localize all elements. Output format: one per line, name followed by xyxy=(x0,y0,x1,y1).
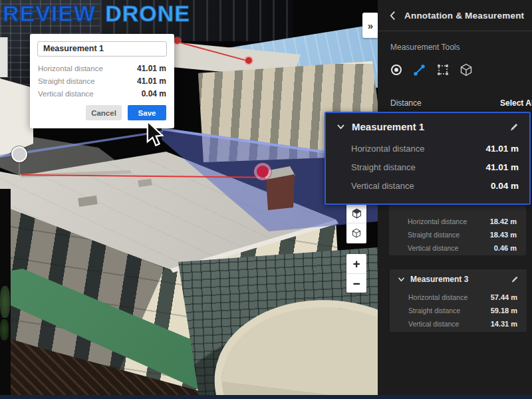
point-tool-icon xyxy=(390,63,403,76)
row-value: 18.42 m xyxy=(490,217,517,225)
tree-blob xyxy=(0,319,9,340)
volume-tool-icon xyxy=(460,63,473,76)
row-value: 57.44 m xyxy=(491,293,517,301)
measurement-row: Horizontal distance 41.01 m xyxy=(351,139,519,158)
row-label: Horizontal distance xyxy=(408,217,467,225)
area-tool-icon xyxy=(436,63,450,76)
edit-pencil-icon[interactable] xyxy=(511,275,519,283)
measurement-point[interactable] xyxy=(245,57,252,64)
row-label: Vertical distance xyxy=(351,181,414,191)
measurement-row: Horizontal distance 18.42 m xyxy=(389,215,526,228)
app-window: REVIEWDRONE Measurement 1 Horizontal dis… xyxy=(0,0,532,399)
row-value: 59.18 m xyxy=(491,307,517,315)
measurement-row: Vertical distance 0.04 m xyxy=(351,176,519,195)
chevron-down-icon[interactable] xyxy=(336,124,345,130)
row-value: 18.43 m xyxy=(490,231,517,239)
minus-icon: − xyxy=(352,277,360,290)
pin-marker[interactable] xyxy=(11,146,27,162)
select-all-button[interactable]: Select All xyxy=(500,98,532,108)
row-value: 14.31 m xyxy=(491,320,517,328)
row-value: 41.01 m xyxy=(137,64,166,73)
distance-tool-button[interactable] xyxy=(412,62,428,78)
row-value: 41.01 m xyxy=(485,144,519,154)
measurement-2-panel[interactable]: Horizontal distance 18.42 m Straight dis… xyxy=(389,205,526,255)
mouse-cursor-icon xyxy=(146,120,164,148)
measurement-tools-label: Measurement Tools xyxy=(390,43,460,52)
plus-icon: + xyxy=(352,257,360,270)
selected-measurement-point[interactable] xyxy=(254,163,271,180)
measurement-save-popup: Measurement 1 Horizontal distance 41.01 … xyxy=(30,34,174,128)
sidebar-title: Annotation & Measurement xyxy=(404,11,524,21)
measurement-point[interactable] xyxy=(174,38,180,44)
row-label: Straight distance xyxy=(351,162,416,172)
zoom-in-button[interactable]: + xyxy=(346,254,366,273)
measurement-3-panel[interactable]: Measurement 3 Horizontal distance 57.44 … xyxy=(390,269,527,332)
popup-row-horizontal: Horizontal distance 41.01 m xyxy=(38,62,166,74)
3d-viewport[interactable]: REVIEWDRONE Measurement 1 Horizontal dis… xyxy=(0,0,378,399)
measurement-1-title: Measurement 1 xyxy=(352,121,503,132)
pin-marker-stem xyxy=(19,162,20,175)
distance-tool-icon xyxy=(413,63,426,76)
cancel-button[interactable]: Cancel xyxy=(86,105,122,120)
cube-outline-icon xyxy=(351,227,362,239)
chevron-left-icon xyxy=(390,11,396,21)
row-value: 41.01 m xyxy=(485,162,519,172)
view-3d-button[interactable] xyxy=(346,203,366,223)
row-label: Vertical distance xyxy=(408,320,459,328)
row-label: Horizontal distance xyxy=(351,144,425,154)
popup-rows: Horizontal distance 41.01 m Straight dis… xyxy=(38,62,166,100)
watermark: REVIEWDRONE xyxy=(3,1,190,27)
view-2d-button[interactable] xyxy=(346,223,366,242)
measurement-name-input[interactable]: Measurement 1 xyxy=(37,41,167,57)
save-button[interactable]: Save xyxy=(128,105,166,120)
chevron-down-icon[interactable] xyxy=(398,277,405,282)
measurement-tools-row xyxy=(388,62,474,78)
popup-row-straight: Straight distance 41.01 m xyxy=(38,74,166,87)
measurement-row: Straight distance 18.43 m xyxy=(389,228,526,241)
zoom-out-button[interactable]: − xyxy=(346,273,366,293)
row-label: Horizontal distance xyxy=(38,65,103,72)
distance-section-label: Distance xyxy=(390,98,422,108)
back-button[interactable] xyxy=(386,9,399,22)
zoom-buttons: + − xyxy=(346,254,366,293)
volume-tool-button[interactable] xyxy=(458,62,474,78)
point-tool-button[interactable] xyxy=(388,62,404,78)
watermark-word1: REVIEW xyxy=(3,1,96,26)
measurement-3-title: Measurement 3 xyxy=(410,275,505,284)
row-value: 0.04 m xyxy=(142,89,166,98)
street-strip xyxy=(0,189,11,399)
row-value: 0.46 m xyxy=(494,244,517,252)
popup-row-vertical: Vertical distance 0.04 m xyxy=(38,87,166,100)
row-label: Straight distance xyxy=(408,231,460,239)
cube-filled-icon xyxy=(351,207,362,219)
edit-pencil-icon[interactable] xyxy=(509,122,519,132)
measurement-row: Vertical distance 0.46 m xyxy=(389,241,526,255)
row-label: Straight distance xyxy=(408,307,460,315)
view-mode-buttons xyxy=(346,203,366,243)
measurement-row: Straight distance 41.01 m xyxy=(351,158,519,176)
row-label: Vertical distance xyxy=(408,244,458,252)
row-value: 0.04 m xyxy=(491,181,519,191)
area-tool-button[interactable] xyxy=(435,62,451,78)
row-label: Horizontal distance xyxy=(408,293,467,301)
measurement-row: Horizontal distance 57.44 m xyxy=(390,291,527,304)
measurement-row: Straight distance 59.18 m xyxy=(390,304,527,317)
tree-blob xyxy=(0,286,10,318)
measurement-row: Vertical distance 14.31 m xyxy=(390,317,527,331)
measurement-1-panel-selected[interactable]: Measurement 1 Horizontal distance 41.01 … xyxy=(325,112,531,205)
watermark-word2: DRONE xyxy=(105,1,190,26)
building-wall-sliver xyxy=(0,37,8,77)
row-value: 41.01 m xyxy=(137,76,166,86)
bottom-letterbox-bar xyxy=(0,395,532,399)
row-label: Vertical distance xyxy=(38,90,94,98)
row-label: Straight distance xyxy=(38,77,95,85)
sidebar-collapse-button[interactable]: » xyxy=(362,13,378,38)
sidebar-header: Annotation & Measurement xyxy=(378,0,532,31)
